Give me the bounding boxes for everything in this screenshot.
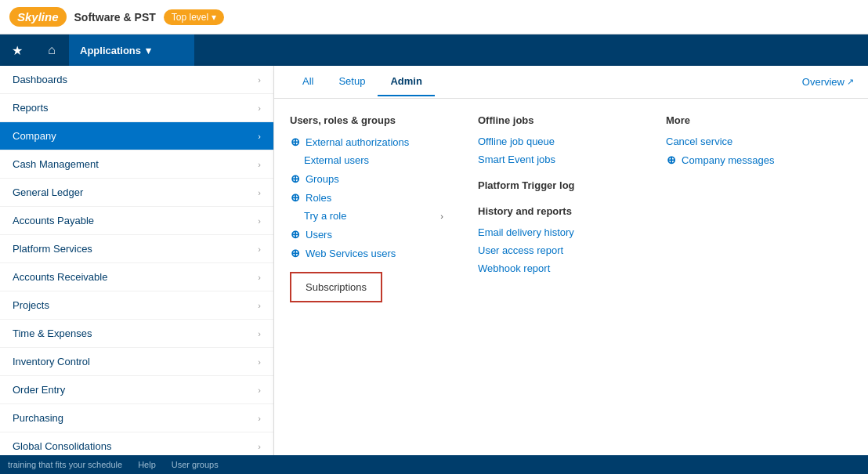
chevron-icon: › (258, 301, 261, 310)
plus-icon: ⊕ (666, 154, 677, 166)
overview-link[interactable]: Overview ↗ (802, 76, 854, 88)
users-section: Users, roles & groups ⊕ External authori… (290, 114, 447, 458)
try-role-link[interactable]: Try a role › (304, 210, 447, 222)
tabs-row: All Setup Admin Overview ↗ (274, 66, 868, 99)
bottom-link-training[interactable]: training that fits your schedule (8, 460, 122, 469)
web-services-link[interactable]: ⊕ Web Services users (290, 247, 447, 259)
chevron-icon: › (258, 75, 261, 85)
user-access-report-link[interactable]: User access report (478, 244, 635, 256)
plus-icon: ⊕ (290, 136, 301, 148)
favorites-button[interactable]: ★ (0, 34, 34, 66)
webhook-report-link[interactable]: Webhook report (478, 262, 635, 274)
skyline-logo: Skyline (9, 7, 67, 27)
menu-item-dashboards[interactable]: Dashboards › (0, 66, 273, 94)
cancel-service-link[interactable]: Cancel service (666, 136, 823, 147)
chevron-icon: › (258, 188, 261, 197)
platform-section-title: Platform Trigger log (478, 179, 635, 191)
content-area: Users, roles & groups ⊕ External authori… (274, 99, 868, 474)
chevron-icon: › (258, 160, 261, 169)
history-section-title: History and reports (478, 205, 635, 217)
menu-item-reports[interactable]: Reports › (0, 94, 273, 122)
plus-icon: ⊕ (290, 191, 301, 204)
plus-icon: ⊕ (290, 228, 301, 241)
more-section: More Cancel service ⊕ Company messages (666, 114, 823, 458)
right-panel: All Setup Admin Overview ↗ Users, roles … (274, 66, 868, 474)
users-section-title: Users, roles & groups (290, 114, 447, 126)
menu-item-general-ledger[interactable]: General Ledger › (0, 179, 273, 207)
smart-event-jobs-link[interactable]: Smart Event jobs (478, 154, 635, 165)
tab-admin[interactable]: Admin (378, 67, 434, 96)
plus-icon: ⊕ (290, 172, 301, 185)
menu-item-order-entry[interactable]: Order Entry › (0, 376, 273, 404)
chevron-icon: › (258, 357, 261, 367)
chevron-icon: › (258, 216, 261, 226)
menu-item-cash-management[interactable]: Cash Management › (0, 150, 273, 179)
tab-setup[interactable]: Setup (326, 67, 378, 96)
menu-item-time-expenses[interactable]: Time & Expenses › (0, 320, 273, 348)
tabs-left: All Setup Admin (290, 67, 435, 96)
chevron-icon: › (258, 132, 261, 141)
chevron-icon: › (258, 385, 261, 395)
nav-bar: ★ ⌂ Applications ▾ (0, 34, 868, 66)
offline-section-title: Offline jobs (478, 114, 635, 126)
dropdown-overlay: Dashboards › Reports › Company › Cash Ma… (0, 66, 868, 474)
chevron-icon: › (258, 442, 261, 451)
chevron-icon: › (258, 414, 261, 423)
left-menu: Dashboards › Reports › Company › Cash Ma… (0, 66, 274, 474)
company-messages-link[interactable]: ⊕ Company messages (666, 154, 823, 166)
top-bar: Skyline Software & PST Top level ▾ (0, 0, 868, 34)
bottom-link-user-groups[interactable]: User groups (172, 460, 219, 469)
groups-link[interactable]: ⊕ Groups (290, 172, 447, 185)
menu-item-accounts-payable[interactable]: Accounts Payable › (0, 207, 273, 235)
bottom-link-help[interactable]: Help (138, 460, 156, 469)
menu-item-projects[interactable]: Projects › (0, 291, 273, 320)
tab-all[interactable]: All (290, 67, 326, 96)
external-authorizations-link[interactable]: ⊕ External authorizations (290, 136, 447, 148)
menu-item-inventory-control[interactable]: Inventory Control › (0, 348, 273, 376)
menu-item-platform-services[interactable]: Platform Services › (0, 235, 273, 263)
plus-icon: ⊕ (290, 247, 301, 259)
roles-link[interactable]: ⊕ Roles (290, 191, 447, 204)
users-link[interactable]: ⊕ Users (290, 228, 447, 241)
menu-item-accounts-receivable[interactable]: Accounts Receivable › (0, 263, 273, 291)
chevron-icon: › (258, 103, 261, 113)
top-level-badge[interactable]: Top level ▾ (164, 9, 224, 25)
chevron-icon: › (258, 273, 261, 282)
chevron-icon: › (258, 244, 261, 254)
company-name: Software & PST (74, 11, 156, 24)
menu-item-company[interactable]: Company › (0, 122, 273, 150)
home-button[interactable]: ⌂ (34, 34, 69, 66)
subscriptions-button[interactable]: Subscriptions (290, 272, 382, 302)
email-delivery-link[interactable]: Email delivery history (478, 226, 635, 238)
more-section-title: More (666, 114, 823, 126)
applications-menu[interactable]: Applications ▾ (69, 34, 194, 66)
offline-section: Offline jobs Offline job queue Smart Eve… (478, 114, 635, 458)
chevron-icon: › (258, 329, 261, 338)
chevron-right-icon: › (440, 212, 443, 221)
offline-job-queue-link[interactable]: Offline job queue (478, 136, 635, 147)
main-layout: ▼ Intacct Get Get • New... Dashboards › … (0, 66, 868, 474)
external-users-link[interactable]: External users (304, 154, 447, 166)
menu-item-purchasing[interactable]: Purchasing › (0, 404, 273, 432)
bottom-bar: training that fits your schedule Help Us… (0, 455, 868, 474)
